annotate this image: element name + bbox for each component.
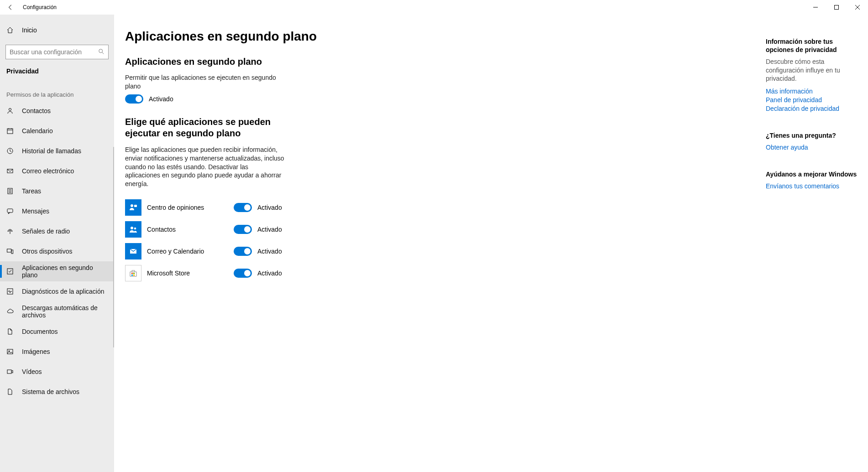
sidebar-item-filesystem[interactable]: Sistema de archivos (0, 382, 114, 402)
sidebar-item-calendario[interactable]: Calendario (0, 121, 114, 141)
sidebar-item-label: Descargas automáticas de archivos (22, 304, 108, 319)
sidebar-item-label: Señales de radio (22, 228, 70, 235)
app-name: Correo y Calendario (147, 248, 234, 255)
sidebar-item-label: Mensajes (22, 207, 49, 215)
window-controls (805, 0, 868, 15)
video-icon (6, 368, 14, 375)
minimize-button[interactable] (805, 0, 826, 15)
svg-rect-21 (133, 273, 135, 274)
app-name: Centro de opiniones (147, 204, 234, 211)
maximize-button[interactable] (826, 0, 847, 15)
nav-list: Permisos de la aplicación Contactos Cale… (0, 79, 114, 472)
sidebar-item-label: Historial de llamadas (22, 147, 81, 155)
filesystem-icon (6, 388, 14, 395)
sidebar: Inicio Privacidad Permisos de la aplicac… (0, 15, 114, 472)
window-title: Configuración (23, 4, 57, 10)
section-bg-apps-title: Aplicaciones en segundo plano (125, 57, 452, 67)
sidebar-item-label: Otros dispositivos (22, 248, 72, 255)
background-apps-icon (6, 268, 14, 275)
tasks-icon (6, 187, 14, 195)
privacy-info-desc: Descubre cómo esta configuración influye… (766, 57, 857, 83)
svg-rect-14 (7, 370, 11, 373)
maximize-icon (834, 5, 839, 10)
images-icon (6, 348, 14, 355)
link-more-info[interactable]: Más información (766, 87, 857, 96)
sidebar-item-background-apps[interactable]: Aplicaciones en segundo plano (0, 261, 114, 281)
svg-rect-7 (7, 209, 13, 213)
sidebar-item-label: Tareas (22, 187, 41, 195)
back-button[interactable] (4, 0, 17, 14)
sidebar-item-correo[interactable]: Correo electrónico (0, 161, 114, 181)
link-privacy-statement[interactable]: Declaración de privacidad (766, 104, 857, 113)
app-toggle-label: Activado (257, 270, 282, 277)
app-toggle-mail[interactable] (234, 247, 252, 256)
sidebar-item-contactos[interactable]: Contactos (0, 101, 114, 121)
app-toggle-store[interactable] (234, 269, 252, 278)
svg-rect-20 (131, 273, 133, 274)
svg-rect-8 (7, 249, 11, 252)
app-name: Contactos (147, 226, 234, 233)
sidebar-item-imagenes[interactable]: Imágenes (0, 342, 114, 362)
radio-icon (6, 228, 14, 235)
nav-subheader: Permisos de la aplicación (0, 79, 114, 101)
app-toggle-feedback[interactable] (234, 203, 252, 212)
sidebar-item-documentos[interactable]: Documentos (0, 322, 114, 342)
settings-pane: Aplicaciones en segundo plano Aplicacion… (114, 15, 452, 472)
feedback-hub-icon (125, 199, 141, 216)
svg-point-2 (9, 108, 11, 110)
app-toggle-contacts[interactable] (234, 225, 252, 234)
app-row: Microsoft Store Activado (125, 262, 452, 284)
sidebar-item-label: Correo electrónico (22, 167, 74, 175)
right-pane: Información sobre tus opciones de privac… (452, 15, 868, 472)
app-row: Centro de opiniones Activado (125, 197, 452, 218)
contacts-app-icon (125, 221, 141, 238)
svg-point-1 (99, 49, 103, 52)
category-title: Privacidad (0, 59, 114, 79)
history-icon (6, 147, 14, 155)
devices-icon (6, 248, 14, 255)
app-name: Microsoft Store (147, 270, 234, 277)
feedback-title: Ayúdanos a mejorar Windows (766, 170, 857, 178)
close-button[interactable] (847, 0, 868, 15)
search-icon (98, 48, 105, 56)
sidebar-item-mensajes[interactable]: Mensajes (0, 201, 114, 221)
search-box[interactable] (5, 45, 109, 59)
mail-icon (6, 167, 14, 175)
sidebar-item-historial[interactable]: Historial de llamadas (0, 141, 114, 161)
page-title: Aplicaciones en segundo plano (125, 29, 452, 44)
sidebar-scrollbar[interactable] (113, 147, 114, 348)
calendar-icon (6, 127, 14, 135)
sidebar-item-label: Aplicaciones en segundo plano (22, 264, 108, 279)
privacy-info-title: Información sobre tus opciones de privac… (766, 37, 857, 54)
sidebar-item-radio[interactable]: Señales de radio (0, 221, 114, 241)
link-send-feedback[interactable]: Envíanos tus comentarios (766, 182, 857, 191)
sidebar-item-downloads[interactable]: Descargas automáticas de archivos (0, 301, 114, 322)
app-row: Correo y Calendario Activado (125, 240, 452, 262)
arrow-left-icon (7, 4, 14, 10)
sidebar-item-videos[interactable]: Vídeos (0, 362, 114, 382)
sidebar-item-label: Sistema de archivos (22, 388, 79, 395)
sidebar-item-label: Diagnósticos de la aplicación (22, 288, 105, 295)
sidebar-item-tareas[interactable]: Tareas (0, 181, 114, 201)
home-label: Inicio (22, 26, 37, 34)
diagnostics-icon (6, 288, 14, 295)
link-get-help[interactable]: Obtener ayuda (766, 143, 857, 152)
feedback-group: Ayúdanos a mejorar Windows Envíanos tus … (766, 170, 857, 191)
svg-point-18 (134, 228, 136, 230)
svg-point-15 (131, 204, 133, 207)
svg-rect-3 (7, 129, 13, 134)
sidebar-item-otros[interactable]: Otros dispositivos (0, 241, 114, 261)
mail-calendar-icon (125, 243, 141, 259)
master-toggle-label: Activado (149, 95, 173, 103)
sidebar-item-label: Imágenes (22, 348, 50, 355)
messages-icon (6, 207, 14, 215)
svg-rect-23 (133, 275, 135, 276)
home-icon (6, 26, 14, 34)
master-toggle[interactable] (125, 94, 143, 104)
search-input[interactable] (10, 48, 98, 56)
sidebar-item-diagnostics[interactable]: Diagnósticos de la aplicación (0, 281, 114, 301)
section-choose-desc: Elige las aplicaciones que pueden recibi… (125, 145, 285, 188)
minimize-icon (813, 5, 818, 10)
home-button[interactable]: Inicio (0, 20, 114, 40)
link-privacy-panel[interactable]: Panel de privacidad (766, 96, 857, 104)
